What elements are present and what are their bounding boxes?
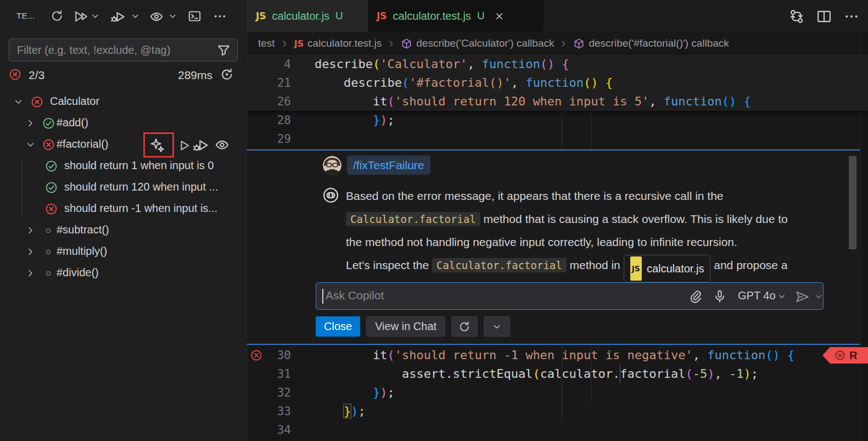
code-text: describe('#factorial()', function() { bbox=[315, 74, 613, 92]
test-tree-item[interactable]: #factorial() bbox=[0, 134, 247, 155]
js-file-icon: JS bbox=[294, 38, 304, 49]
more-actions-icon[interactable] bbox=[844, 9, 859, 24]
play-action-icon[interactable] bbox=[178, 139, 191, 152]
chevron-right-icon[interactable] bbox=[25, 225, 36, 236]
file-reference-chip[interactable]: JScalculator.js bbox=[624, 255, 711, 282]
breadcrumb-separator-icon bbox=[559, 39, 568, 48]
refresh-tests-icon[interactable] bbox=[51, 9, 64, 23]
message-text: and propose a bbox=[710, 259, 787, 271]
chevron-down-icon[interactable] bbox=[91, 12, 100, 21]
filter-icon[interactable] bbox=[217, 43, 231, 57]
chevron-right-icon[interactable] bbox=[25, 247, 36, 257]
breadcrumb-separator-icon bbox=[387, 39, 396, 48]
debug-run-action-icon[interactable] bbox=[193, 137, 209, 153]
code-line-4: 4describe('Calculator', function() { bbox=[247, 55, 868, 74]
breadcrumb-label: calculator.test.js bbox=[307, 37, 382, 49]
test-pass-icon bbox=[45, 181, 58, 194]
chat-scrollbar[interactable] bbox=[849, 156, 856, 249]
more-options-button[interactable] bbox=[484, 316, 510, 337]
tab-calculator.js[interactable]: JScalculator.jsU bbox=[247, 0, 368, 32]
test-fail-icon bbox=[45, 203, 58, 215]
code-line-29: 29 bbox=[247, 130, 868, 148]
split-editor-icon[interactable] bbox=[816, 9, 832, 24]
watch-tests-icon[interactable] bbox=[149, 9, 164, 24]
line-number: 34 bbox=[247, 421, 291, 439]
slash-command-chip[interactable]: /fixTestFailure bbox=[347, 155, 430, 175]
code-line-30: 30 it('should return -1 when input is ne… bbox=[247, 346, 868, 365]
test-tree-item[interactable]: should return 1 when input is 0 bbox=[0, 155, 247, 177]
rerun-last-icon[interactable] bbox=[220, 67, 234, 82]
code-line-31: 31 assert.strictEqual(calculator.factori… bbox=[247, 365, 868, 383]
chat-text-line: the method not handling negative input c… bbox=[346, 231, 848, 254]
line-number: 31 bbox=[247, 365, 291, 383]
git-untracked-badge: U bbox=[477, 10, 485, 22]
test-explorer-panel: TE... Filter (e.g. text, !exclude, @tag)… bbox=[0, 0, 247, 441]
test-failed-gutter-icon[interactable] bbox=[250, 349, 262, 361]
filter-placeholder: Filter (e.g. text, !exclude, @tag) bbox=[17, 44, 170, 57]
chevron-down-icon[interactable] bbox=[25, 139, 36, 150]
line-number: 21 bbox=[247, 74, 291, 92]
line-number: 32 bbox=[247, 383, 291, 402]
test-tree-item[interactable]: #subtract() bbox=[0, 220, 247, 241]
more-actions-icon[interactable] bbox=[213, 9, 227, 23]
view-in-chat-button[interactable]: View in Chat bbox=[366, 316, 445, 337]
run-tests-icon[interactable] bbox=[74, 9, 88, 24]
code-text: it('should return -1 when input is negat… bbox=[315, 346, 794, 365]
test-tree-item[interactable]: #divide() bbox=[0, 263, 247, 284]
send-icon[interactable] bbox=[795, 289, 810, 304]
close-tab-icon[interactable] bbox=[494, 11, 505, 21]
close-button[interactable]: Close bbox=[316, 316, 360, 337]
tab-calculator.test.js[interactable]: JScalculator.test.jsU bbox=[368, 0, 544, 32]
chevron-down-icon[interactable] bbox=[777, 292, 786, 301]
code-line-33: 33 }); bbox=[247, 402, 868, 421]
sticky-scroll: 4describe('Calculator', function() {21 d… bbox=[247, 55, 868, 111]
chevron-down-icon[interactable] bbox=[814, 292, 823, 301]
code-line-28: 28 }); bbox=[247, 111, 868, 130]
chat-text-line: Calculator.factorial method that is caus… bbox=[346, 208, 848, 231]
test-tree-item[interactable]: Calculator bbox=[0, 91, 247, 113]
code-lines-upper: 28 });29 bbox=[247, 111, 868, 148]
ask-copilot-input[interactable]: Ask Copilot GPT 4o bbox=[316, 282, 824, 310]
microphone-icon[interactable] bbox=[713, 289, 727, 304]
test-label: should return -1 when input is... bbox=[64, 202, 217, 215]
test-fail-icon bbox=[42, 138, 55, 151]
test-tree-item[interactable]: #multiply() bbox=[0, 241, 247, 263]
git-untracked-badge: U bbox=[335, 10, 343, 22]
breadcrumb-item[interactable]: describe('#factorial()') callback bbox=[573, 37, 729, 49]
test-tree-item[interactable]: should return -1 when input is... bbox=[0, 198, 247, 220]
regenerate-button[interactable] bbox=[451, 316, 478, 337]
failure-badge-label: R bbox=[849, 349, 857, 362]
test-tree-item[interactable]: #add() bbox=[0, 113, 247, 134]
breadcrumb-label: test bbox=[258, 37, 275, 49]
breadcrumb-item[interactable]: JScalculator.test.js bbox=[294, 37, 382, 49]
open-changes-icon[interactable] bbox=[789, 9, 804, 24]
chevron-right-icon[interactable] bbox=[25, 118, 36, 129]
debug-tests-icon[interactable] bbox=[111, 9, 126, 24]
chevron-down-icon[interactable] bbox=[168, 12, 177, 21]
test-none-icon bbox=[44, 226, 53, 235]
model-picker[interactable]: GPT 4o bbox=[738, 289, 776, 302]
input-placeholder: Ask Copilot bbox=[326, 289, 384, 302]
line-number: 29 bbox=[247, 130, 291, 148]
file-name: calculator.js bbox=[647, 257, 704, 280]
chevron-down-icon[interactable] bbox=[13, 97, 24, 107]
eye-action-icon[interactable] bbox=[215, 137, 229, 152]
breadcrumb-item[interactable]: test bbox=[258, 37, 275, 49]
inline-chat-widget: /fixTestFailure Based on the error messa… bbox=[247, 149, 860, 345]
filter-input[interactable]: Filter (e.g. text, !exclude, @tag) bbox=[9, 38, 238, 62]
test-fail-icon bbox=[31, 96, 43, 108]
inline-code-chip: Calculator.factorial bbox=[432, 258, 567, 272]
chevron-right-icon[interactable] bbox=[25, 268, 36, 278]
user-avatar bbox=[323, 156, 341, 175]
show-output-icon[interactable] bbox=[188, 9, 201, 23]
breadcrumb-item[interactable]: describe('Calculator') callback bbox=[401, 37, 554, 49]
tab-bar: JScalculator.jsUJScalculator.test.jsU bbox=[247, 0, 868, 32]
test-label: #factorial() bbox=[57, 138, 108, 150]
attach-context-icon[interactable] bbox=[687, 289, 702, 304]
editor-group: JScalculator.jsUJScalculator.test.jsU te… bbox=[247, 0, 868, 441]
js-file-icon: JS bbox=[377, 10, 387, 21]
breadcrumb-label: describe('#factorial()') callback bbox=[589, 37, 729, 49]
copilot-icon bbox=[322, 187, 339, 204]
chevron-down-icon[interactable] bbox=[131, 12, 140, 21]
test-tree-item[interactable]: should return 120 when input ... bbox=[0, 177, 247, 198]
